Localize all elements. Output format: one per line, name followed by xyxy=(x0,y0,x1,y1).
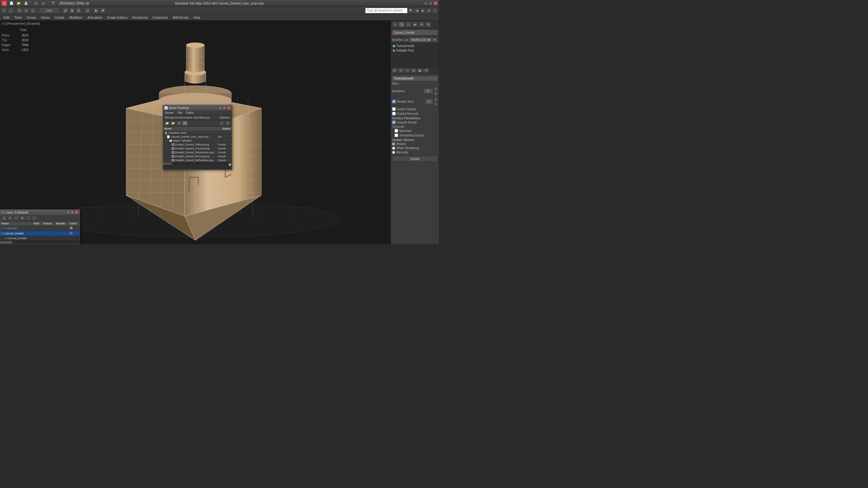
ts-render-iters-input[interactable]: 2 xyxy=(425,99,433,104)
rp-icon-motion[interactable]: ▶ xyxy=(412,22,418,27)
ts-always-radio[interactable] xyxy=(392,142,395,145)
move-tool[interactable]: ✛ xyxy=(17,7,23,13)
workspace-dropdown[interactable]: Workspace: Default xyxy=(57,0,90,6)
rp-icon-modify[interactable]: 🔧 xyxy=(399,22,405,27)
lw-close-btn[interactable]: ✕ xyxy=(75,210,79,214)
menu-edit[interactable]: Edit xyxy=(1,15,12,20)
open-btn[interactable]: 📂 xyxy=(16,0,22,6)
lw-controls[interactable]: – ? ✕ xyxy=(66,210,79,214)
settings-btn[interactable]: ⚙ xyxy=(426,8,432,13)
lw-btn-up[interactable]: ↑ xyxy=(26,216,31,221)
sub-display[interactable]: ▣ xyxy=(417,68,423,73)
at-btn-help[interactable]: ? xyxy=(219,121,224,126)
menu-rendering[interactable]: Rendering xyxy=(130,15,150,20)
rp-icon-sun[interactable]: ☀ xyxy=(392,22,398,27)
scale-tool[interactable]: ⬡ xyxy=(30,7,36,13)
at-close-btn[interactable]: ✕ xyxy=(227,106,230,110)
sub-pin[interactable]: 📌 xyxy=(392,68,398,73)
new-btn[interactable]: 📄 xyxy=(8,0,14,6)
quick-render[interactable]: ⚡ xyxy=(100,7,106,13)
ts-iterations-input[interactable]: 0 xyxy=(424,89,433,93)
lw-btn-merge[interactable]: ⊞ xyxy=(20,216,25,221)
modifier-list-arrow[interactable]: ▼ xyxy=(432,37,438,42)
ts-iterations-down[interactable]: ▼ xyxy=(434,91,438,96)
ts-update-btn[interactable]: Update xyxy=(392,156,438,161)
ts-smoothing-groups-check[interactable] xyxy=(395,133,398,137)
undo-btn[interactable]: ↩ xyxy=(33,0,39,6)
at-scrollbar[interactable]: ▶ xyxy=(163,162,232,165)
lw-btn-layers[interactable]: ◫ xyxy=(1,216,7,221)
turbosmooth-header[interactable]: TurboSmooth xyxy=(392,76,438,81)
render-icon-btn[interactable]: 🎬 xyxy=(50,0,56,6)
close-btn[interactable]: ✕ xyxy=(433,1,438,5)
at-btn-folder2[interactable]: 📂 xyxy=(170,121,176,126)
menu-graph-editors[interactable]: Graph Editors xyxy=(104,15,130,20)
select-region[interactable]: ⬚ xyxy=(8,7,14,13)
menu-create[interactable]: Create xyxy=(52,15,67,20)
help-btn[interactable]: ? xyxy=(432,8,438,13)
ts-smooth-result-check[interactable] xyxy=(392,121,396,124)
lw-scroll-thumb[interactable] xyxy=(0,241,12,244)
sub-modify[interactable]: ✏ xyxy=(398,68,404,73)
bind-space[interactable]: ⊞ xyxy=(76,7,82,13)
layer-manager[interactable]: ◫ xyxy=(84,7,90,13)
modifier-editable-poly[interactable]: Editable Poly xyxy=(392,48,438,53)
rp-icon-utils[interactable]: ⚙ xyxy=(425,22,431,27)
search-input[interactable] xyxy=(365,8,407,13)
obj-name-input[interactable]: Carved_Dreidel xyxy=(392,30,438,35)
rp-icon-display[interactable]: 👁 xyxy=(418,22,425,27)
at-btn-folder[interactable]: 📁 xyxy=(164,121,170,126)
at-menu-paths[interactable]: Paths xyxy=(184,110,195,115)
menu-modifiers[interactable]: Modifiers xyxy=(67,15,85,20)
nav-fwd-btn[interactable]: ▶ xyxy=(420,8,426,13)
at-menu-file[interactable]: File xyxy=(176,110,184,115)
render-scene[interactable]: ▶ xyxy=(93,7,99,13)
unlink-tool[interactable]: ⛓ xyxy=(69,7,75,13)
at-btn-monitor[interactable]: 🖥 xyxy=(176,121,182,126)
rotate-tool[interactable]: ↻ xyxy=(23,7,29,13)
ts-iterations-up[interactable]: ▲ xyxy=(434,86,438,91)
ts-materials-check[interactable] xyxy=(395,129,398,133)
menu-animation[interactable]: Animation xyxy=(85,15,104,20)
menu-group[interactable]: Group xyxy=(24,15,38,20)
ts-render-iters-down[interactable]: ▼ xyxy=(434,101,438,106)
ts-explicit-normals-check[interactable] xyxy=(392,112,396,116)
menu-help[interactable]: Help xyxy=(191,15,203,20)
at-btn-list[interactable]: ☰ xyxy=(182,121,188,126)
link-tool[interactable]: 🔗 xyxy=(62,7,68,13)
minimize-btn[interactable]: – xyxy=(424,1,428,5)
redo-btn[interactable]: ↪ xyxy=(40,0,46,6)
sub-hierarchy[interactable]: ↕ xyxy=(404,68,410,73)
ref-coord[interactable]: View xyxy=(38,7,60,13)
maximize-btn[interactable]: □ xyxy=(429,1,433,5)
ts-manually-radio[interactable] xyxy=(392,151,395,154)
at-restore-btn[interactable]: □ xyxy=(223,106,226,110)
titlebar-controls[interactable]: – □ ✕ xyxy=(424,1,438,5)
menu-maxscript[interactable]: MAXScript xyxy=(170,15,191,20)
select-tool[interactable]: ↗ xyxy=(1,7,7,13)
save-btn[interactable]: 💾 xyxy=(23,0,29,6)
lw-btn-down[interactable]: ↓ xyxy=(32,216,37,221)
ts-render-iters-up[interactable]: ▲ xyxy=(434,97,438,101)
ts-when-rendering-radio[interactable] xyxy=(392,147,395,150)
ts-isoline-check[interactable] xyxy=(392,107,396,111)
menu-tools[interactable]: Tools xyxy=(12,15,24,20)
sub-motion[interactable]: ◎ xyxy=(410,68,416,73)
nav-back-btn[interactable]: ◀ xyxy=(414,8,420,13)
at-minimize-btn[interactable]: – xyxy=(218,106,222,110)
lw-minimize-btn[interactable]: – xyxy=(66,210,70,214)
lw-btn-delete[interactable]: ✕ xyxy=(7,216,13,221)
at-menu-server[interactable]: Server xyxy=(163,110,176,115)
search-btn[interactable]: 🔍 xyxy=(408,8,413,13)
menu-customize[interactable]: Customize xyxy=(150,15,170,20)
at-btn-refresh[interactable]: ↺ xyxy=(225,121,230,126)
modifier-list-select[interactable]: Modifier List xyxy=(410,37,432,42)
at-controls[interactable]: – □ ✕ xyxy=(218,106,230,110)
lw-question-btn[interactable]: ? xyxy=(70,210,74,214)
rp-icon-hierarchy[interactable]: ⬡ xyxy=(405,22,411,27)
menu-views[interactable]: Views xyxy=(38,15,52,20)
lw-btn-add[interactable]: + xyxy=(13,216,19,221)
modifier-turbosmooth[interactable]: TurboSmooth xyxy=(392,44,438,48)
ts-render-iters-check[interactable] xyxy=(392,100,396,103)
sub-utils[interactable]: ⚙ xyxy=(423,68,429,73)
